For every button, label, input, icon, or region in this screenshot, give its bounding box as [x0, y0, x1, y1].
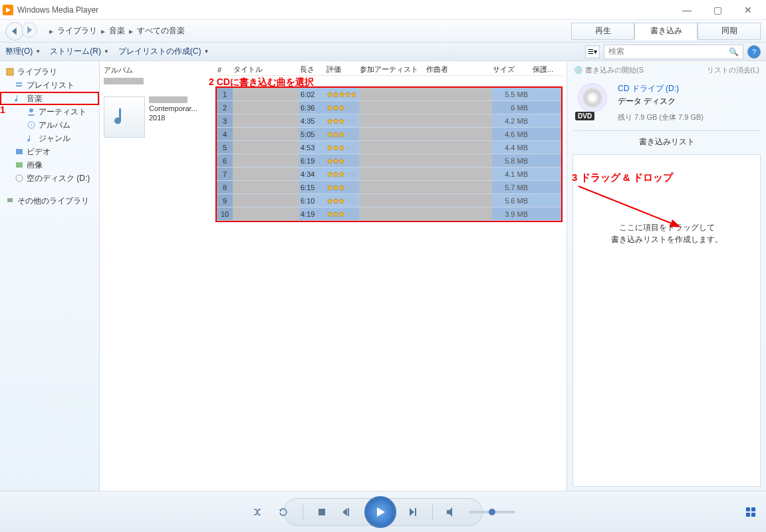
svg-marker-40 [339, 158, 344, 164]
svg-point-6 [29, 108, 33, 112]
sidebar-item-empty-disc[interactable]: 空のディスク (D:) [0, 172, 99, 185]
svg-marker-17 [351, 92, 356, 97]
prev-button[interactable] [339, 504, 355, 520]
col-title[interactable]: タイトル [231, 65, 298, 74]
track-row[interactable]: 7 4:34 4.1 MB [217, 168, 561, 181]
svg-marker-62 [351, 211, 356, 217]
view-button[interactable]: ☰▾ [585, 45, 600, 59]
svg-rect-69 [415, 508, 416, 516]
maximize-button[interactable]: ▢ [702, 0, 733, 20]
network-icon [5, 196, 15, 205]
svg-marker-58 [327, 211, 332, 217]
bc-allmusic[interactable]: すべての音楽 [137, 25, 185, 37]
svg-marker-29 [333, 132, 338, 137]
svg-marker-30 [339, 132, 344, 137]
drive-label-link[interactable]: CD ドライブ (D:) [618, 83, 703, 94]
svg-marker-53 [327, 198, 332, 203]
mute-button[interactable] [444, 504, 459, 520]
svg-marker-44 [333, 172, 338, 177]
track-row[interactable]: 10 4:19 3.9 MB [217, 207, 561, 221]
bc-music[interactable]: 音楽 [109, 25, 125, 37]
col-rating[interactable]: 評価 [324, 65, 358, 74]
organize-menu[interactable]: 整理(O)▼ [5, 46, 41, 57]
svg-marker-20 [339, 105, 344, 110]
col-composer[interactable]: 作曲者 [424, 65, 491, 74]
track-table[interactable]: 1 6:02 5.5 MB 2 6:36 6 MB 3 4:35 [215, 86, 563, 222]
note-icon [27, 134, 36, 143]
video-icon [15, 147, 24, 156]
svg-marker-23 [327, 118, 332, 124]
svg-rect-66 [348, 508, 349, 516]
bc-library[interactable]: ライブラリ [57, 25, 97, 37]
track-row[interactable]: 6 6:19 5.8 MB [217, 154, 561, 168]
stream-menu[interactable]: ストリーム(R)▼ [50, 46, 109, 57]
track-row[interactable]: 8 6:15 5.7 MB [217, 181, 561, 194]
tab-play[interactable]: 再生 [571, 23, 634, 40]
start-burn-button[interactable]: 💿 書き込みの開始(S [574, 65, 644, 75]
sidebar-item-playlist[interactable]: プレイリスト [0, 78, 99, 92]
create-playlist-menu[interactable]: プレイリストの作成(C)▼ [118, 46, 209, 57]
playlist-icon [15, 80, 24, 90]
sidebar-item-album[interactable]: アルバム [0, 118, 99, 132]
forward-button[interactable] [21, 22, 37, 38]
clear-list-button[interactable]: リストの消去(L) [707, 65, 759, 75]
shuffle-button[interactable] [251, 504, 267, 520]
help-button[interactable]: ? [747, 45, 761, 59]
person-icon [27, 107, 36, 116]
svg-rect-5 [16, 85, 22, 86]
sidebar-item-picture[interactable]: 画像 [0, 158, 99, 172]
play-button[interactable] [364, 496, 396, 528]
col-size[interactable]: サイズ [491, 65, 531, 74]
sidebar-item-video[interactable]: ビデオ [0, 145, 99, 158]
svg-point-11 [16, 175, 23, 182]
svg-rect-10 [16, 162, 23, 168]
svg-marker-34 [333, 145, 338, 150]
repeat-button[interactable] [276, 504, 292, 520]
svg-rect-64 [319, 509, 325, 515]
svg-marker-27 [351, 118, 356, 124]
col-length[interactable]: 長さ [298, 65, 324, 74]
track-row[interactable]: 9 6:10 5.6 MB [217, 194, 561, 207]
svg-marker-2 [27, 26, 32, 33]
close-button[interactable]: ✕ [733, 0, 763, 20]
sidebar-item-other-library[interactable]: その他のライブラリ [0, 194, 99, 207]
stop-button[interactable] [314, 504, 330, 520]
svg-marker-16 [345, 92, 350, 97]
sidebar-item-genre[interactable]: ジャンル [0, 132, 99, 145]
track-row[interactable]: 1 6:02 5.5 MB [217, 88, 561, 101]
sidebar-item-library[interactable]: ライブラリ [0, 65, 99, 78]
tab-burn[interactable]: 書き込み [634, 23, 698, 40]
tab-sync[interactable]: 同期 [698, 23, 761, 40]
col-num[interactable]: # [215, 66, 231, 74]
album-cover[interactable] [104, 96, 145, 138]
col-artist[interactable]: 参加アーティスト [358, 65, 424, 74]
sidebar-item-music[interactable]: 音楽 [0, 92, 99, 105]
track-row[interactable]: 3 4:35 4.2 MB [217, 114, 561, 128]
nav-bar: ▸ ライブラリ ▸ 音楽 ▸ すべての音楽 再生 書き込み 同期 [0, 20, 766, 43]
minimize-button[interactable]: — [672, 0, 702, 20]
search-input[interactable]: 検索 🔍 [604, 45, 743, 59]
burn-dropzone[interactable]: ここに項目をドラッグして 書き込みリストを作成します。 [573, 154, 761, 487]
volume-slider[interactable] [469, 511, 515, 513]
svg-point-8 [31, 124, 32, 126]
track-row[interactable]: 5 4:53 4.4 MB [217, 141, 561, 154]
svg-marker-70 [447, 507, 452, 517]
svg-marker-41 [345, 158, 350, 164]
svg-marker-51 [345, 185, 350, 190]
svg-marker-32 [351, 132, 356, 137]
track-row[interactable]: 2 6:36 6 MB [217, 101, 561, 114]
next-button[interactable] [406, 504, 422, 520]
music-icon [15, 94, 24, 103]
breadcrumb[interactable]: ▸ ライブラリ ▸ 音楽 ▸ すべての音楽 [45, 25, 185, 37]
switch-view-button[interactable] [746, 507, 757, 517]
sidebar: ライブラリ プレイリスト 音楽 アーティスト アルバム ジャンル ビデオ 画像 … [0, 61, 100, 491]
svg-marker-60 [339, 211, 344, 217]
track-list: # タイトル 長さ 評価 参加アーティスト 作曲者 サイズ 保護... 1 6:… [215, 64, 563, 488]
col-protected[interactable]: 保護... [531, 65, 555, 74]
svg-marker-36 [345, 145, 350, 150]
svg-marker-59 [333, 211, 338, 217]
svg-marker-55 [339, 198, 344, 203]
track-row[interactable]: 4 5:05 4.6 MB [217, 128, 561, 141]
sidebar-item-artist[interactable]: アーティスト [0, 105, 99, 118]
album-column: アルバム Contemporar... 2018 [104, 64, 210, 488]
